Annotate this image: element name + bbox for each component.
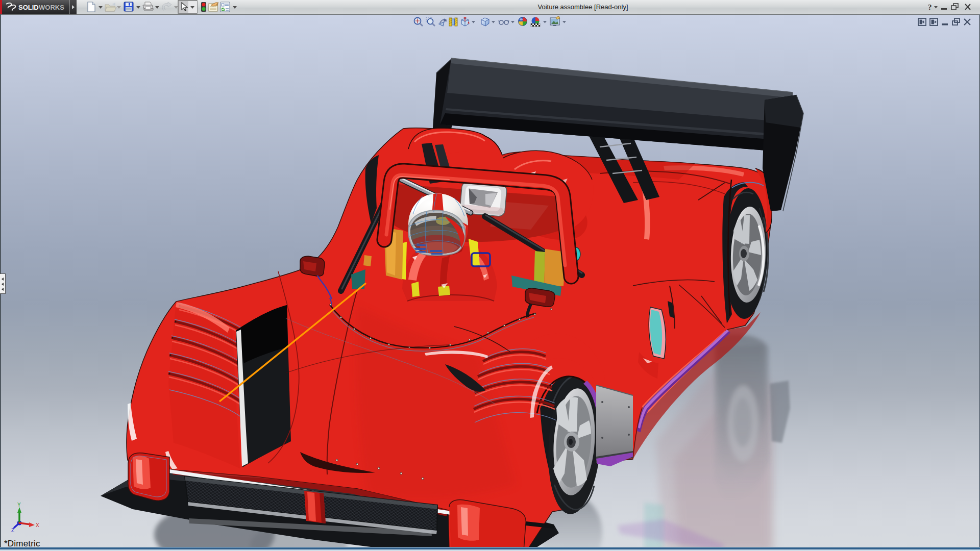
svg-text:?: ? bbox=[928, 3, 932, 11]
svg-text:SOLID: SOLID bbox=[18, 4, 39, 11]
svg-text:Y: Y bbox=[17, 503, 21, 508]
svg-text:X: X bbox=[36, 522, 39, 528]
svg-text:Z: Z bbox=[11, 528, 14, 533]
svg-text:WORKS: WORKS bbox=[39, 4, 64, 11]
